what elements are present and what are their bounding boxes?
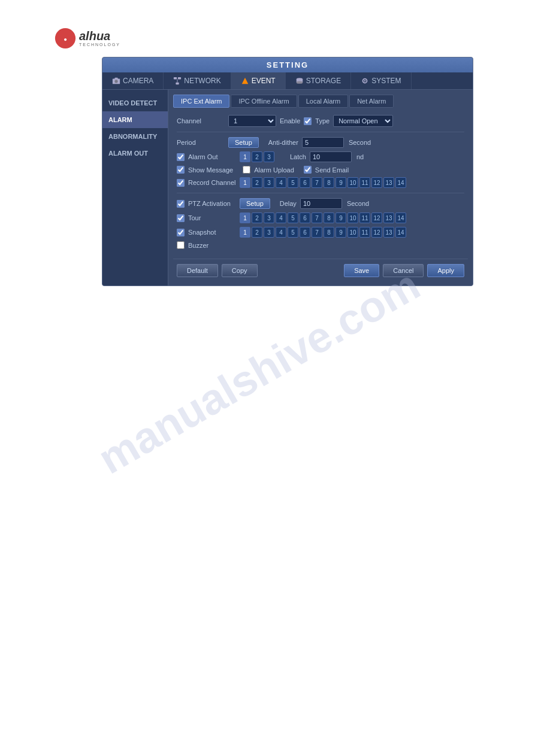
apply-button[interactable]: Apply	[427, 264, 464, 277]
sub-tab-net-label: Net Alarm	[357, 98, 386, 105]
sidebar-item-abnormality[interactable]: ABNORMALITY	[102, 128, 168, 145]
tour-14[interactable]: 14	[395, 212, 406, 223]
tab-storage[interactable]: STORAGE	[286, 72, 351, 89]
alarm-out-num-2[interactable]: 2	[252, 151, 262, 162]
latch-input[interactable]: 10	[310, 151, 352, 162]
period-setup-button[interactable]: Setup	[228, 137, 259, 148]
rc-14[interactable]: 14	[395, 177, 406, 188]
snapshot-checkbox[interactable]	[177, 229, 185, 236]
svg-point-12	[296, 81, 303, 83]
divider-1	[177, 132, 464, 132]
tab-event[interactable]: EVENT	[231, 72, 286, 89]
svg-rect-7	[176, 83, 179, 85]
enable-checkbox[interactable]	[304, 117, 312, 125]
tour-8[interactable]: 8	[324, 212, 334, 223]
record-channel-checkbox[interactable]	[177, 179, 185, 187]
rc-10[interactable]: 10	[347, 177, 358, 188]
tour-6[interactable]: 6	[300, 212, 310, 223]
cancel-button[interactable]: Cancel	[383, 264, 424, 277]
alarm-upload-checkbox[interactable]	[243, 166, 250, 174]
rc-5[interactable]: 5	[288, 177, 298, 188]
default-button[interactable]: Default	[177, 264, 218, 277]
show-message-checkbox[interactable]	[177, 166, 185, 174]
alarm-out-num-3[interactable]: 3	[264, 151, 274, 162]
snap-8[interactable]: 8	[324, 227, 334, 238]
tour-11[interactable]: 11	[359, 212, 370, 223]
delay-unit-label: Second	[347, 200, 369, 207]
snap-7[interactable]: 7	[312, 227, 322, 238]
tour-checkbox[interactable]	[177, 214, 185, 222]
snap-11[interactable]: 11	[359, 227, 370, 238]
sidebar-video-detect-label: VIDEO DETECT	[108, 99, 157, 107]
row-alarm-out: Alarm Out 1 2 3 Latch 10 nd	[177, 151, 464, 162]
ptz-setup-button[interactable]: Setup	[240, 198, 270, 209]
tour-2[interactable]: 2	[252, 212, 262, 223]
rc-6[interactable]: 6	[300, 177, 310, 188]
tour-1[interactable]: 1	[240, 212, 250, 223]
tour-5[interactable]: 5	[288, 212, 298, 223]
sub-tab-net-alarm[interactable]: Net Alarm	[349, 95, 394, 108]
snap-1[interactable]: 1	[240, 227, 250, 238]
tour-9[interactable]: 9	[335, 212, 346, 223]
tour-12[interactable]: 12	[371, 212, 382, 223]
row-snapshot: Snapshot 1 2 3 4 5 6 7 8 9 10 11 12	[177, 227, 464, 238]
rc-2[interactable]: 2	[252, 177, 262, 188]
sidebar-item-alarm-out[interactable]: ALARM OUT	[102, 145, 168, 162]
tour-7[interactable]: 7	[312, 212, 322, 223]
snap-9[interactable]: 9	[335, 227, 346, 238]
svg-point-3	[114, 80, 117, 83]
rc-9[interactable]: 9	[335, 177, 346, 188]
tab-camera[interactable]: CAMERA	[102, 72, 164, 89]
form-section: Channel 1 Enable Type Normal Open Period…	[173, 113, 468, 255]
rc-8[interactable]: 8	[324, 177, 334, 188]
snap-3[interactable]: 3	[264, 227, 274, 238]
ptz-activation-checkbox[interactable]	[177, 200, 185, 208]
network-icon	[173, 77, 182, 85]
tour-nums: 1 2 3 4 5 6 7 8 9 10 11 12 13 14	[240, 212, 406, 223]
type-select[interactable]: Normal Open	[333, 115, 393, 127]
snap-14[interactable]: 14	[395, 227, 406, 238]
tour-3[interactable]: 3	[264, 212, 274, 223]
bottom-bar: Default Copy Save Cancel Apply	[173, 259, 468, 281]
alarm-out-num-1[interactable]: 1	[240, 151, 250, 162]
row-buzzer: Buzzer	[177, 241, 464, 249]
rc-7[interactable]: 7	[312, 177, 322, 188]
snap-12[interactable]: 12	[371, 227, 382, 238]
sidebar: VIDEO DETECT ALARM ABNORMALITY ALARM OUT	[102, 90, 168, 286]
content-area: VIDEO DETECT ALARM ABNORMALITY ALARM OUT…	[102, 90, 473, 286]
delay-input[interactable]: 10	[300, 198, 342, 209]
tour-13[interactable]: 13	[383, 212, 394, 223]
tab-network[interactable]: NETWORK	[164, 72, 231, 89]
tab-system[interactable]: SYSTEM	[351, 72, 411, 89]
sub-tab-ipc-offline-label: IPC Offline Alarm	[238, 98, 289, 105]
buzzer-checkbox[interactable]	[177, 241, 185, 249]
rc-11[interactable]: 11	[359, 177, 370, 188]
rc-13[interactable]: 13	[383, 177, 394, 188]
rc-3[interactable]: 3	[264, 177, 274, 188]
sub-tab-ipc-offline-alarm[interactable]: IPC Offline Alarm	[231, 95, 297, 108]
tour-4[interactable]: 4	[276, 212, 286, 223]
snap-6[interactable]: 6	[300, 227, 310, 238]
tour-10[interactable]: 10	[347, 212, 358, 223]
save-button[interactable]: Save	[344, 264, 379, 277]
snap-4[interactable]: 4	[276, 227, 286, 238]
snap-13[interactable]: 13	[383, 227, 394, 238]
copy-button[interactable]: Copy	[222, 264, 258, 277]
sub-tab-ipc-ext-alarm[interactable]: IPC Ext Alarm	[173, 95, 229, 108]
snap-2[interactable]: 2	[252, 227, 262, 238]
rc-4[interactable]: 4	[276, 177, 286, 188]
sub-tab-local-alarm[interactable]: Local Alarm	[298, 95, 348, 108]
channel-select[interactable]: 1	[228, 115, 276, 127]
send-email-checkbox[interactable]	[304, 166, 312, 174]
tab-storage-label: STORAGE	[306, 77, 341, 85]
snap-10[interactable]: 10	[347, 227, 358, 238]
window-title: SETTING	[267, 60, 309, 69]
tab-system-label: SYSTEM	[371, 77, 401, 85]
rc-12[interactable]: 12	[371, 177, 382, 188]
alarm-out-checkbox[interactable]	[177, 153, 185, 161]
sidebar-item-video-detect[interactable]: VIDEO DETECT	[102, 95, 168, 111]
rc-1[interactable]: 1	[240, 177, 250, 188]
snap-5[interactable]: 5	[288, 227, 298, 238]
sidebar-item-alarm[interactable]: ALARM	[102, 111, 168, 128]
anti-dither-input[interactable]: 5	[302, 137, 344, 148]
